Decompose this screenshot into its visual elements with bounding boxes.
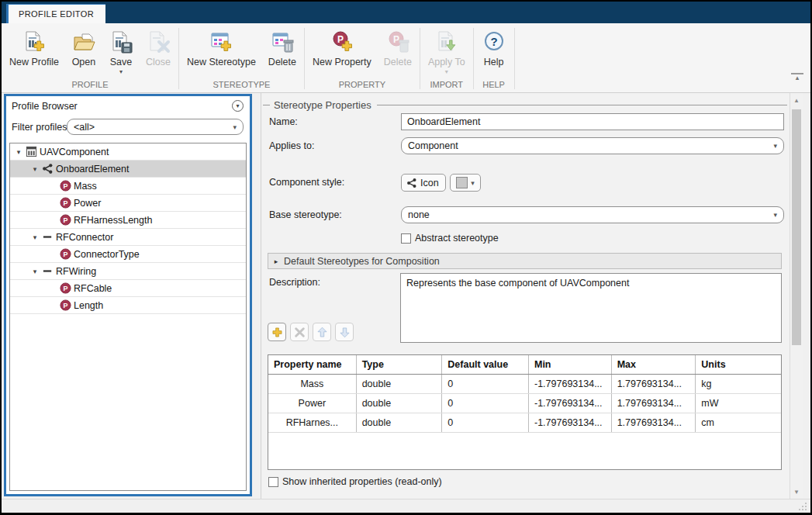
- svg-text:?: ?: [490, 35, 497, 48]
- cell-default[interactable]: 0: [442, 413, 529, 432]
- delete-property-label: Delete: [384, 57, 412, 68]
- tree-item-power[interactable]: P Power: [10, 195, 246, 212]
- property-icon: P: [58, 214, 73, 226]
- tab-profile-editor[interactable]: PROFILE EDITOR: [6, 4, 105, 23]
- open-icon: [71, 27, 96, 57]
- base-stereotype-value: none: [408, 209, 430, 220]
- arrow-down-icon: [338, 326, 351, 339]
- tree-item-rfwiring[interactable]: ▾ RFWiring: [10, 263, 246, 280]
- cell-default[interactable]: 0: [442, 375, 529, 393]
- expand-triangle-icon[interactable]: ▾: [29, 165, 40, 173]
- tree-item-rfharnesslength[interactable]: P RFHarnessLength: [10, 212, 246, 229]
- table-row-rfharnesslength: RFHarnes... double 0 -1.797693134... 1.7…: [268, 413, 781, 433]
- show-inherited-label: Show inherited properties (read-only): [282, 476, 442, 487]
- name-label: Name:: [269, 116, 298, 127]
- minimize-toolstrip-button[interactable]: ▴: [791, 73, 803, 81]
- help-icon: ?: [482, 27, 506, 57]
- tab-label: PROFILE EDITOR: [19, 9, 94, 19]
- add-property-button[interactable]: [268, 323, 286, 341]
- toolbar-separator: [514, 28, 515, 89]
- filter-profiles-dropdown[interactable]: <all> ▾: [67, 119, 244, 135]
- cell-type[interactable]: double: [357, 394, 443, 413]
- description-value: Represents the base component of UAVComp…: [406, 278, 629, 289]
- base-stereotype-dropdown[interactable]: none ▾: [401, 206, 784, 223]
- property-icon: P: [58, 299, 73, 311]
- cell-default[interactable]: 0: [442, 394, 529, 413]
- tree-item-label: Length: [74, 300, 103, 311]
- svg-text:P: P: [64, 216, 68, 224]
- property-icon: P: [58, 180, 73, 192]
- component-style-icon-button[interactable]: Icon: [401, 174, 446, 192]
- toolbar-separator: [304, 28, 305, 89]
- table-header-row: Property name Type Default value Min Max…: [268, 355, 781, 375]
- abstract-stereotype-checkbox[interactable]: [401, 233, 411, 244]
- apply-to-label: Apply To: [428, 57, 465, 68]
- tree-item-onboardelement[interactable]: ▾ OnboardElement: [10, 161, 246, 178]
- tab-strip: PROFILE EDITOR: [2, 2, 810, 23]
- scroll-down-arrow[interactable]: ▾: [790, 488, 803, 496]
- cell-property-name[interactable]: Power: [268, 394, 357, 413]
- scrollbar-thumb[interactable]: [792, 109, 801, 345]
- save-button[interactable]: Save ▾: [102, 27, 140, 76]
- stereotype-properties-panel: Stereotype Properties Name: OnboardEleme…: [261, 93, 790, 499]
- show-inherited-checkbox[interactable]: [268, 477, 278, 487]
- chevron-down-icon: ▾: [773, 142, 777, 150]
- svg-text:P: P: [64, 251, 68, 258]
- cell-max[interactable]: 1.797693134...: [612, 394, 696, 413]
- new-property-button[interactable]: P New Property: [306, 27, 378, 76]
- resize-grip-icon[interactable]: [799, 502, 807, 510]
- cell-property-name[interactable]: Mass: [268, 375, 357, 393]
- cell-type[interactable]: double: [357, 375, 443, 393]
- name-input[interactable]: OnboardElement: [401, 113, 784, 130]
- profile-editor-window: PROFILE EDITOR: [0, 0, 812, 515]
- toolbar-group-stereotype-label: STEREOTYPE: [181, 80, 302, 92]
- tree-item-label: RFHarnessLength: [74, 215, 152, 226]
- tree-item-mass[interactable]: P Mass: [10, 178, 246, 195]
- cell-min[interactable]: -1.797693134...: [529, 375, 612, 393]
- default-stereotypes-expander[interactable]: ▸ Default Stereotypes for Composition: [268, 253, 782, 269]
- toolbar-group-profile: New Profile Open: [3, 23, 177, 92]
- cell-units[interactable]: kg: [696, 375, 781, 393]
- cell-property-name[interactable]: RFHarnes...: [268, 413, 357, 432]
- icon-button-label: Icon: [420, 178, 439, 188]
- cell-min[interactable]: -1.797693134...: [529, 394, 612, 413]
- tree-item-label: RFConnector: [56, 232, 113, 243]
- delete-property-button: P Delete: [378, 27, 418, 76]
- cell-max[interactable]: 1.797693134...: [612, 375, 696, 393]
- tree-item-rfcable[interactable]: P RFCable: [10, 280, 246, 297]
- new-profile-button[interactable]: New Profile: [3, 27, 65, 76]
- help-button[interactable]: ? Help: [475, 27, 513, 76]
- open-button[interactable]: Open: [65, 27, 102, 76]
- cell-units[interactable]: mW: [696, 394, 781, 413]
- new-stereotype-button[interactable]: New Stereotype: [181, 27, 262, 76]
- default-stereotypes-label: Default Stereotypes for Composition: [284, 256, 440, 267]
- property-icon: P: [58, 282, 73, 294]
- new-stereotype-icon: [209, 27, 233, 57]
- vertical-scrollbar[interactable]: ▴ ▾: [790, 93, 803, 499]
- tree-item-connectortype[interactable]: P ConnectorType: [10, 246, 246, 263]
- cell-units[interactable]: cm: [696, 413, 781, 432]
- expand-triangle-icon[interactable]: ▾: [13, 148, 24, 156]
- save-dropdown-caret[interactable]: ▾: [119, 68, 123, 76]
- tree-item-label: UAVComponent: [40, 147, 109, 157]
- cell-type[interactable]: double: [357, 413, 443, 432]
- panel-menu-button[interactable]: ▾: [232, 100, 244, 112]
- scroll-up-arrow[interactable]: ▴: [790, 96, 803, 104]
- window-frame: PROFILE EDITOR: [2, 2, 810, 513]
- close-icon: [146, 27, 171, 57]
- description-textarea[interactable]: Represents the base component of UAVComp…: [400, 273, 782, 343]
- filter-profiles-label: Filter profiles:: [12, 122, 70, 133]
- tree-item-rfconnector[interactable]: ▾ RFConnector: [10, 229, 246, 246]
- expand-triangle-icon[interactable]: ▾: [29, 233, 40, 241]
- cell-min[interactable]: -1.797693134...: [529, 413, 612, 432]
- expand-triangle-icon[interactable]: ▾: [29, 268, 40, 275]
- applies-to-dropdown[interactable]: Component ▾: [401, 137, 784, 154]
- cell-max[interactable]: 1.797693134...: [612, 413, 696, 432]
- tree-item-uavcomponent[interactable]: ▾ UAVComponent: [10, 143, 246, 161]
- x-icon: [293, 326, 306, 339]
- tree-item-length[interactable]: P Length: [10, 297, 246, 314]
- move-down-button: [335, 323, 354, 341]
- delete-stereotype-button[interactable]: Delete: [262, 27, 302, 76]
- component-color-dropdown[interactable]: ▾: [450, 174, 481, 192]
- component-style-label: Component style:: [269, 177, 344, 188]
